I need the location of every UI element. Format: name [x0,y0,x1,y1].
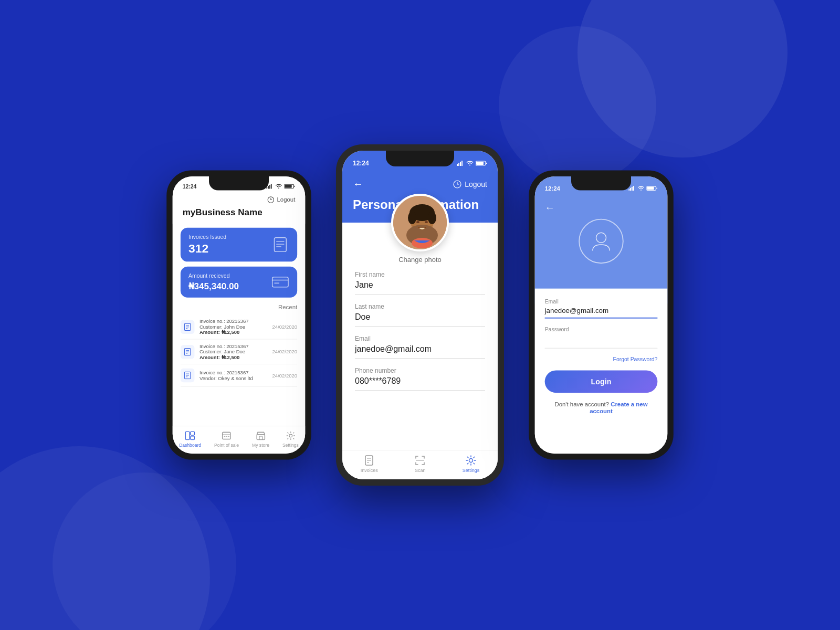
avatar-placeholder [579,219,624,264]
svg-rect-41 [460,162,461,166]
email-field-center: Email janedoe@gmail.com [355,335,485,359]
invoice-doc-icon-3 [184,371,192,379]
lastname-field: Last name Doe [355,303,485,327]
scan-icon-nav [415,455,425,466]
invoice-item-3[interactable]: Invoice no.: 20215367 Vendor: Okey & son… [181,364,297,387]
right-avatar-section [545,219,658,264]
logout-center[interactable]: Logout [453,180,487,188]
nav-store[interactable]: My store [252,430,269,447]
battery-icon-left [284,184,295,189]
svg-rect-27 [186,432,190,439]
stats-cards: Invoices Issued 312 Amount recieved [173,228,306,298]
amount-card: Amount recieved ₦345,340.00 [181,267,297,298]
email-value-center[interactable]: janedoe@gmail.com [355,344,485,359]
invoice-customer-2: Customer: Jane Doe [200,349,267,354]
wifi-icon-left [275,184,282,189]
email-login-value[interactable]: janedoe@gmail.com [545,307,658,319]
back-button-right[interactable]: ← [545,202,658,214]
logout-icon [267,196,274,203]
svg-rect-1 [268,186,269,189]
invoice-amount-2: Amount: ₦12,500 [200,354,267,360]
nav-settings-label-center: Settings [463,468,480,473]
svg-rect-8 [274,238,286,252]
phone-dashboard: 12:24 [166,171,311,460]
signup-section: Don't have account? Create a new account [545,401,658,415]
svg-rect-37 [259,436,262,440]
login-form: Email janedoe@gmail.com Password Forgot … [535,289,668,454]
login-button[interactable]: Login [545,370,658,393]
settings-icon-center [466,455,476,466]
svg-rect-29 [191,436,195,440]
back-button-center[interactable]: ← [353,178,363,190]
lastname-value[interactable]: Doe [355,312,485,327]
invoice-no-3: Invoice no.: 20215367 [200,370,267,375]
nav-store-label: My store [252,443,269,448]
invoice-item-1[interactable]: Invoice no.: 20215367 Customer: John Doe… [181,314,297,340]
email-login-label: Email [545,299,658,304]
logout-button[interactable]: Logout [267,196,295,203]
invoice-date-1: 24/02/2020 [272,324,298,329]
phone-personal-info: 12:24 [336,144,504,486]
firstname-field: First name Jane [355,271,485,295]
invoice-item-2[interactable]: Invoice no.: 20215367 Customer: Jane Doe… [181,340,297,365]
recent-label: Recent [181,303,297,310]
svg-point-66 [640,190,642,191]
svg-rect-63 [630,188,631,191]
phone-value[interactable]: 080****6789 [355,376,485,391]
amount-card-icon [271,275,289,290]
svg-rect-35 [257,435,265,440]
svg-rect-65 [633,186,634,191]
email-label-center: Email [355,335,485,342]
settings-icon-left [286,431,295,440]
invoice-icon-2 [181,345,195,359]
svg-point-52 [428,212,436,224]
phone-screen-left: 12:24 [173,176,306,454]
nav-dashboard[interactable]: Dashboard [179,430,201,447]
nav-pos[interactable]: Point of sale [214,430,239,447]
phone-login: 12:24 [529,171,674,460]
time-center: 12:24 [353,160,369,167]
status-icons-center [457,161,487,166]
password-input[interactable] [545,334,658,349]
nav-dashboard-label: Dashboard [179,443,201,448]
nav-scan[interactable]: Scan [414,455,426,473]
notch-left [209,176,269,191]
firstname-value[interactable]: Jane [355,280,485,295]
change-photo-label[interactable]: Change photo [398,256,442,264]
invoices-nav-icon [363,455,375,466]
svg-point-69 [596,233,606,243]
forgot-password-link[interactable]: Forgot Password? [545,356,658,362]
nav-settings-left[interactable]: Settings [282,430,299,447]
invoice-no-2: Invoice no.: 20215367 [200,343,267,349]
email-login-field: Email janedoe@gmail.com [545,299,658,319]
avatar-section: Change photo [342,194,498,264]
signal-icon-right [628,186,635,191]
svg-rect-39 [457,164,458,166]
invoice-icon-3 [181,369,195,383]
svg-rect-64 [632,187,633,191]
dashboard-screen: 12:24 [173,176,306,454]
bottom-nav-left: Dashboard Point of sale [173,426,306,454]
scan-nav-icon [414,455,426,466]
phones-container: 12:24 [163,144,677,486]
invoices-label: Invoices Issued [188,234,226,239]
invoice-customer-1: Customer: John Doe [200,324,267,329]
pos-nav-icon [221,430,232,441]
header-top: Logout [183,196,296,203]
svg-point-61 [469,459,472,463]
business-name: myBusiness Name [183,207,296,218]
svg-point-54 [425,221,428,223]
wifi-icon-right [637,186,644,191]
recent-section: Recent Invoice no.: 20215367 [173,298,306,426]
nav-invoices[interactable]: Invoices [361,455,378,473]
status-icons-right [628,186,657,191]
svg-rect-68 [647,187,654,190]
nav-settings-center[interactable]: Settings [463,455,480,473]
nav-pos-label: Point of sale [214,443,239,448]
back-arrow-right[interactable]: ← [545,202,555,214]
phone-screen-right: 12:24 [535,176,668,454]
svg-rect-12 [272,277,288,287]
nav-scan-label: Scan [415,468,426,473]
invoices-count: 312 [188,242,226,256]
signal-icon-center [457,161,464,166]
